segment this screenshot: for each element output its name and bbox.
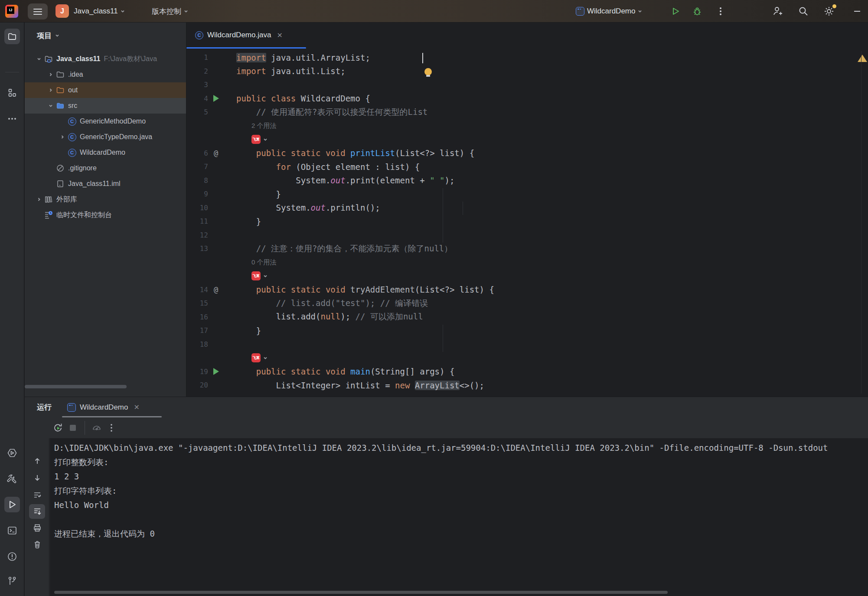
line-number: 19 bbox=[186, 368, 208, 376]
tree-chevron-icon[interactable] bbox=[46, 70, 55, 79]
editor-tab-bar: C WildcardDemo.java ✕ bbox=[186, 23, 868, 49]
more-actions-button[interactable] bbox=[716, 0, 725, 23]
code-line-14[interactable]: 14@ public static void tryAddElement(Lis… bbox=[186, 283, 868, 297]
code-line-12[interactable]: 12 bbox=[186, 228, 868, 242]
code-line-20[interactable]: 20 List<Integer> intList = new ArrayList… bbox=[186, 378, 868, 392]
close-tab-icon[interactable]: ✕ bbox=[134, 403, 139, 411]
code-line-7[interactable]: 7 for (Object element : list) { bbox=[186, 160, 868, 174]
tree-item-genericmethoddemo[interactable]: CGenericMethodDemo bbox=[25, 114, 186, 129]
tree-item--idea[interactable]: .idea bbox=[25, 67, 186, 82]
code-line-13[interactable]: 13 // 注意：使用?的集合，不能添加元素（除了null） bbox=[186, 242, 868, 256]
feisuan-badge-icon[interactable]: 飞算 bbox=[251, 271, 261, 280]
prev-occurrence-button[interactable] bbox=[29, 454, 45, 469]
terminal-tool-button[interactable] bbox=[4, 523, 20, 538]
build-tool-button[interactable] bbox=[4, 471, 20, 486]
run-tab-bar: 运行 WildcardDemo ✕ bbox=[25, 397, 868, 417]
scratch-icon bbox=[44, 210, 53, 220]
console-output[interactable]: D:\IDEA\JDK\bin\java.exe "-javaagent:D:\… bbox=[50, 438, 868, 596]
class-icon: C bbox=[67, 117, 77, 126]
intention-lightbulb-icon[interactable] bbox=[424, 68, 432, 75]
tree-chevron-icon[interactable] bbox=[34, 54, 44, 64]
code-line-15[interactable]: 15 // list.add("test"); // 编译错误 bbox=[186, 296, 868, 310]
more-button[interactable] bbox=[104, 420, 119, 435]
run-button[interactable] bbox=[670, 0, 681, 23]
code-line-1[interactable]: 1import java.util.ArrayList; bbox=[186, 51, 868, 65]
code-line-6[interactable]: 6@ public static void printList(List<?> … bbox=[186, 147, 868, 160]
editor-tab-wildcarddemo[interactable]: C WildcardDemo.java ✕ bbox=[190, 23, 288, 48]
add-user-button[interactable] bbox=[772, 0, 783, 23]
tree-item--[interactable]: 外部库 bbox=[25, 192, 186, 207]
code-line-10[interactable]: 10 System.out.println(); bbox=[186, 201, 868, 215]
scroll-to-end-button[interactable] bbox=[29, 504, 45, 519]
project-panel: 项目 Java_class11F:\Java教材\Java.ideaoutsrc… bbox=[25, 23, 186, 397]
code-line-11[interactable]: 11 } bbox=[186, 215, 868, 228]
tree-item--[interactable]: 临时文件和控制台 bbox=[25, 207, 186, 223]
stop-button[interactable] bbox=[65, 420, 80, 435]
structure-tool-button[interactable] bbox=[4, 85, 20, 101]
tree-item-generictypedemo-java[interactable]: CGenericTypeDemo.java bbox=[25, 129, 186, 145]
services-tool-button[interactable] bbox=[4, 445, 20, 461]
usages-hint[interactable]: 0 个用法 bbox=[186, 256, 868, 270]
tree-item-wildcarddemo[interactable]: CWildcardDemo bbox=[25, 145, 186, 160]
console-horizontal-scrollbar[interactable] bbox=[54, 591, 668, 594]
tree-item--gitignore[interactable]: .gitignore bbox=[25, 160, 186, 176]
run-tab-wildcarddemo[interactable]: WildcardDemo ✕ bbox=[63, 397, 144, 417]
version-control-tool-button[interactable] bbox=[4, 573, 20, 589]
code-line-8[interactable]: 8 System.out.print(element + " "); bbox=[186, 174, 868, 188]
tree-chevron-icon[interactable] bbox=[58, 132, 67, 142]
tree-chevron-icon[interactable] bbox=[46, 101, 55, 111]
settings-gear-icon[interactable] bbox=[823, 0, 835, 23]
debug-button[interactable] bbox=[692, 0, 702, 23]
feisuan-badge-icon[interactable]: 飞算 bbox=[251, 135, 261, 144]
project-panel-header[interactable]: 项目 bbox=[25, 23, 186, 49]
method-gutter-icon[interactable]: @ bbox=[214, 149, 218, 157]
feisuan-badge-icon[interactable]: 飞算 bbox=[251, 353, 261, 362]
project-switcher[interactable]: Java_class11 bbox=[74, 0, 125, 23]
run-tool-button[interactable] bbox=[4, 497, 20, 512]
run-gutter-icon[interactable] bbox=[213, 95, 219, 102]
tree-item-out[interactable]: out bbox=[25, 82, 186, 98]
ai-plugin-hint[interactable]: 飞算 bbox=[186, 133, 868, 147]
clear-console-button[interactable] bbox=[29, 537, 45, 552]
project-tool-button[interactable] bbox=[4, 29, 20, 44]
line-number: 6 bbox=[186, 149, 208, 157]
code-line-19[interactable]: 19 public static void main(String[] args… bbox=[186, 365, 868, 379]
code-line-2[interactable]: 2import java.util.List; bbox=[186, 65, 868, 78]
tree-chevron-icon[interactable] bbox=[46, 85, 55, 95]
code-line-16[interactable]: 16 list.add(null); // 可以添加null bbox=[186, 310, 868, 324]
code-line-18[interactable]: 18 bbox=[186, 338, 868, 352]
vcs-widget[interactable]: 版本控制 bbox=[152, 0, 188, 23]
code-content[interactable]: 1import java.util.ArrayList;2import java… bbox=[186, 51, 868, 392]
ai-plugin-hint[interactable]: 飞算 bbox=[186, 351, 868, 365]
project-avatar[interactable]: J bbox=[55, 4, 69, 18]
code-line-9[interactable]: 9 } bbox=[186, 187, 868, 201]
close-tab-icon[interactable]: ✕ bbox=[277, 31, 282, 39]
problems-tool-button[interactable] bbox=[4, 549, 20, 564]
main-menu-button[interactable] bbox=[28, 3, 48, 20]
soft-wrap-button[interactable] bbox=[29, 488, 45, 502]
tree-chevron-icon[interactable] bbox=[34, 195, 44, 204]
tree-item-java-class11[interactable]: Java_class11F:\Java教材\Java bbox=[25, 51, 186, 67]
profiler-button[interactable] bbox=[89, 420, 104, 435]
code-line-5[interactable]: 5 // 使用通配符?表示可以接受任何类型的List bbox=[186, 105, 868, 119]
next-occurrence-button[interactable] bbox=[29, 470, 45, 485]
usages-hint[interactable]: 2 个用法 bbox=[186, 119, 868, 133]
notification-dot bbox=[832, 4, 836, 8]
rerun-button[interactable] bbox=[51, 420, 65, 435]
run-gutter-icon[interactable] bbox=[213, 368, 219, 375]
code-line-3[interactable]: 3 bbox=[186, 78, 868, 92]
run-configuration-selector[interactable]: WildcardDemo bbox=[576, 0, 642, 23]
code-line-4[interactable]: 4public class WildcardDemo { bbox=[186, 92, 868, 106]
method-gutter-icon[interactable]: @ bbox=[214, 285, 218, 294]
print-button[interactable] bbox=[29, 521, 45, 535]
app-icon bbox=[67, 403, 76, 412]
search-icon[interactable] bbox=[798, 0, 809, 23]
lib-icon bbox=[44, 195, 53, 204]
project-horizontal-scrollbar[interactable] bbox=[25, 385, 127, 388]
code-line-17[interactable]: 17 } bbox=[186, 324, 868, 338]
minimize-window-button[interactable] bbox=[852, 0, 862, 23]
more-tool-windows-button[interactable] bbox=[4, 111, 20, 127]
tree-item-src[interactable]: src bbox=[25, 98, 186, 114]
ai-plugin-hint[interactable]: 飞算 bbox=[186, 269, 868, 283]
tree-item-java-class11-iml[interactable]: Java_class11.iml bbox=[25, 176, 186, 192]
